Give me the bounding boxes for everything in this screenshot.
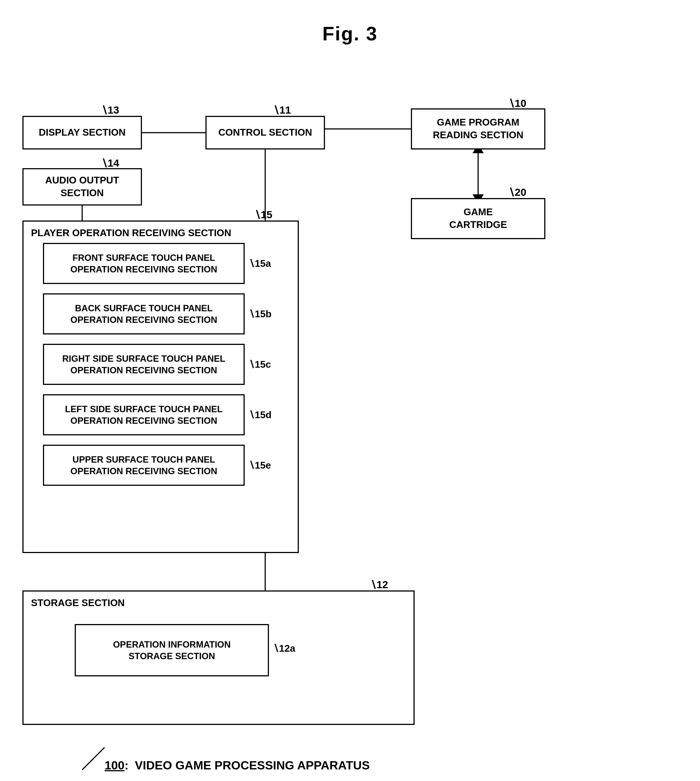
ref-20: ∖20 [508,186,526,199]
front-surface-box: FRONT SURFACE TOUCH PANEL OPERATION RECE… [43,243,245,284]
display-section-box: DISPLAY SECTION [22,116,142,150]
control-section-box: CONTROL SECTION [205,116,325,150]
ref-12a: ∖12a [273,643,295,654]
ref-100-label: 100: VIDEO GAME PROCESSING APPARATUS [105,759,370,773]
ref-13: ∖13 [101,104,119,116]
ref-15e: ∖15e [248,460,271,471]
game-cartridge-box: GAME CARTRIDGE [411,198,545,239]
ref-15: ∖15 [254,209,272,221]
page-title: Fig. 3 [0,0,700,60]
right-side-box: RIGHT SIDE SURFACE TOUCH PANEL OPERATION… [43,344,245,385]
ref-11: ∖11 [273,104,291,116]
ref-15b: ∖15b [248,308,272,320]
game-program-reading-box: GAME PROGRAM READING SECTION [411,108,545,150]
operation-info-storage-box: OPERATION INFORMATION STORAGE SECTION [75,624,269,676]
svg-line-8 [82,748,105,770]
back-surface-box: BACK SURFACE TOUCH PANEL OPERATION RECEI… [43,293,245,334]
ref-14: ∖14 [101,157,119,169]
diagram-container: DISPLAY SECTION ∖13 AUDIO OUTPUT SECTION… [0,60,700,770]
ref-15a: ∖15a [248,258,271,269]
ref-10: ∖10 [508,97,526,110]
upper-surface-box: UPPER SURFACE TOUCH PANEL OPERATION RECE… [43,445,245,486]
ref-12: ∖12 [370,579,388,591]
ref-15d: ∖15d [248,409,272,421]
ref-15c: ∖15c [248,359,271,370]
left-side-box: LEFT SIDE SURFACE TOUCH PANEL OPERATION … [43,394,245,436]
audio-output-box: AUDIO OUTPUT SECTION [22,168,142,205]
